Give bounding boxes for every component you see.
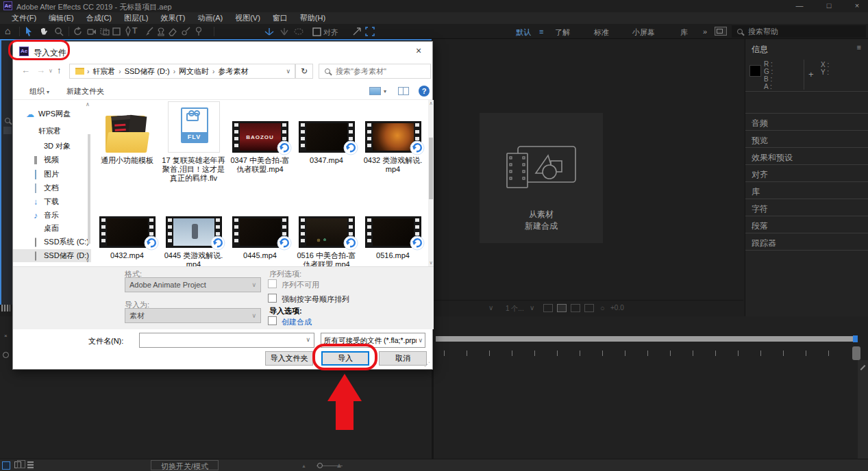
3d-view-icon[interactable] bbox=[584, 304, 594, 312]
panel-tab-character[interactable]: 字符 bbox=[752, 203, 768, 215]
menu-effect[interactable]: 效果(T) bbox=[154, 13, 191, 23]
breadcrumb-folder2[interactable]: 参考素材 bbox=[214, 66, 251, 77]
menu-window[interactable]: 窗口 bbox=[266, 13, 294, 23]
sidebar-item-downloads[interactable]: ↓下载 bbox=[13, 195, 91, 208]
resize-grip-icon[interactable]: ⋰ bbox=[424, 361, 431, 368]
breadcrumb[interactable]: › 轩宸君 › SSD储存 (D:) › 网文临时 › 参考素材 ∨ bbox=[69, 64, 295, 79]
workspace-settings-icon[interactable] bbox=[715, 27, 727, 36]
back-icon[interactable]: ← bbox=[21, 65, 30, 75]
panel-tab-paragraph[interactable]: 段落 bbox=[752, 220, 768, 232]
file-tile-video[interactable]: 0516.mp4 bbox=[360, 216, 426, 266]
panel-tab-preview[interactable]: 预览 bbox=[752, 135, 768, 147]
breadcrumb-user[interactable]: 轩宸君 bbox=[89, 66, 119, 77]
organize-button[interactable]: 组织 ▾ bbox=[29, 86, 49, 97]
sidebar-item-3d-objects[interactable]: 3D 对象 bbox=[13, 140, 91, 153]
clone-stamp-tool-icon[interactable] bbox=[156, 26, 166, 37]
render-queue-icon[interactable] bbox=[1, 305, 10, 311]
sidebar-item-ssd-c[interactable]: SSD系统 (C:) bbox=[13, 236, 91, 249]
frame-blend-icon[interactable] bbox=[2, 461, 10, 470]
graph-editor-icon[interactable] bbox=[27, 461, 34, 470]
new-folder-button[interactable]: 新建文件夹 bbox=[66, 86, 104, 97]
type-tool-icon[interactable]: T bbox=[132, 26, 143, 37]
force-alphabetical-checkbox[interactable] bbox=[268, 294, 277, 303]
workspace-tab-small-screen[interactable]: 小屏幕 bbox=[632, 27, 655, 38]
shared-cursor-icon[interactable] bbox=[351, 26, 362, 37]
brush-tool-icon[interactable] bbox=[144, 26, 155, 37]
recent-chevron-icon[interactable]: ∨ bbox=[49, 68, 53, 74]
sidebar-item-pictures[interactable]: 图片 bbox=[13, 168, 91, 181]
breadcrumb-chevron-icon[interactable]: ∨ bbox=[286, 68, 292, 75]
sidebar-scrollbar[interactable] bbox=[88, 134, 90, 244]
sidebar-item-ssd-d[interactable]: SSD储存 (D:) bbox=[13, 249, 91, 262]
filename-input[interactable]: ∨ bbox=[139, 333, 314, 348]
scrollbar-handle[interactable] bbox=[429, 138, 433, 199]
region-of-interest-toggle-icon[interactable] bbox=[557, 304, 567, 312]
view-mode-dropdown-icon[interactable]: ▾ bbox=[384, 88, 386, 94]
time-navigator-end-handle[interactable] bbox=[853, 335, 858, 342]
sidebar-item-desktop[interactable]: 桌面 bbox=[13, 222, 91, 235]
workspace-tab-library[interactable]: 库 bbox=[680, 27, 688, 38]
menu-layer[interactable]: 图层(L) bbox=[118, 13, 154, 23]
workspace-tab-default[interactable]: 默认 bbox=[516, 27, 531, 38]
scroll-down-icon[interactable]: ∨ bbox=[428, 260, 434, 266]
close-button[interactable]: × bbox=[847, 1, 867, 12]
breadcrumb-drive[interactable]: SSD储存 (D:) bbox=[121, 66, 173, 77]
timeline-ruler[interactable] bbox=[444, 351, 850, 356]
transparency-grid-icon[interactable] bbox=[571, 304, 580, 312]
workspace-overflow-icon[interactable]: » bbox=[703, 27, 707, 36]
help-search-field[interactable]: 搜索帮助 bbox=[732, 25, 866, 38]
zoom-out-icon[interactable]: ▲ bbox=[301, 463, 306, 468]
forward-icon[interactable]: → bbox=[36, 65, 45, 75]
file-tile-video[interactable]: 0432.mp4 bbox=[94, 216, 160, 266]
file-tile-video[interactable]: BAOZOU 0347 中美合拍-富仇者联盟.mp4 bbox=[227, 100, 293, 183]
shape-tool-icon[interactable] bbox=[111, 26, 122, 37]
menu-edit[interactable]: 编辑(E) bbox=[42, 13, 80, 23]
snap-checkbox-icon[interactable] bbox=[312, 26, 323, 37]
menu-help[interactable]: 帮助(H) bbox=[294, 13, 332, 23]
format-dropdown[interactable]: Adobe Animate Project∨ bbox=[125, 277, 261, 292]
create-composition-label[interactable]: 创建合成 bbox=[282, 317, 312, 327]
menu-composition[interactable]: 合成(C) bbox=[80, 13, 118, 23]
maximize-button[interactable]: □ bbox=[819, 1, 839, 12]
zoom-slider-knob[interactable] bbox=[317, 463, 323, 468]
project-search-icon[interactable] bbox=[5, 118, 10, 123]
sidebar-item-videos[interactable]: 视频 bbox=[13, 153, 91, 166]
workspace-menu-icon[interactable]: ≡ bbox=[539, 27, 543, 36]
panel-tab-libraries[interactable]: 库 bbox=[752, 186, 760, 198]
sidebar-item-wps[interactable]: ☁WPS网盘 bbox=[13, 107, 91, 120]
eraser-tool-icon[interactable] bbox=[167, 26, 178, 37]
roto-brush-tool-icon[interactable] bbox=[180, 26, 191, 37]
view-count-dropdown[interactable]: 1 个... bbox=[506, 304, 524, 314]
sidebar-item-music[interactable]: ♪音乐 bbox=[13, 209, 91, 222]
file-list-scrollbar[interactable]: ∧ ∨ bbox=[428, 100, 434, 266]
new-comp-from-footage-button[interactable]: 从素材 新建合成 bbox=[480, 113, 603, 243]
panel-tab-align[interactable]: 对齐 bbox=[752, 169, 768, 181]
menu-view[interactable]: 视图(V) bbox=[229, 13, 266, 23]
import-folder-button[interactable]: 导入文件夹 bbox=[265, 351, 313, 366]
axis-world-icon[interactable] bbox=[279, 26, 290, 37]
dialog-close-icon[interactable]: × bbox=[405, 42, 432, 61]
eye-icon[interactable] bbox=[3, 352, 9, 358]
pan-behind-tool-icon[interactable] bbox=[99, 26, 110, 37]
sidebar-item-thispc[interactable]: 轩宸君 bbox=[13, 125, 91, 138]
sequence-unavailable-checkbox[interactable] bbox=[268, 279, 277, 288]
camera-tool-icon[interactable] bbox=[86, 26, 97, 37]
timeline-scrollbar-handle[interactable] bbox=[852, 346, 860, 360]
file-tile-folder[interactable]: 通用小功能模板 bbox=[94, 100, 160, 183]
preview-pane-icon[interactable] bbox=[398, 87, 409, 95]
hand-tool-icon[interactable] bbox=[38, 26, 49, 37]
selection-tool-icon[interactable] bbox=[23, 26, 34, 37]
workspace-tab-standard[interactable]: 标准 bbox=[594, 27, 609, 38]
region-of-interest-icon[interactable] bbox=[364, 26, 375, 37]
file-tile-video[interactable]: 0445.mp4 bbox=[227, 216, 293, 266]
chevron-down-icon[interactable]: ∨ bbox=[306, 336, 310, 343]
sidebar-scroll-down-icon[interactable]: ∨ bbox=[86, 257, 90, 264]
zoom-tool-icon[interactable] bbox=[53, 26, 64, 37]
panel-tab-tracker[interactable]: 跟踪器 bbox=[752, 238, 776, 249]
info-panel-title[interactable]: 信息 bbox=[752, 44, 768, 55]
axis-view-icon[interactable] bbox=[293, 26, 304, 37]
view-mode-icon[interactable] bbox=[369, 87, 381, 95]
timeline-close-icon[interactable]: × bbox=[4, 333, 8, 339]
toggle-switches-modes-button[interactable]: 切换开关/模式 bbox=[151, 460, 219, 470]
view-count-chevron-icon[interactable]: ∨ bbox=[530, 304, 534, 311]
